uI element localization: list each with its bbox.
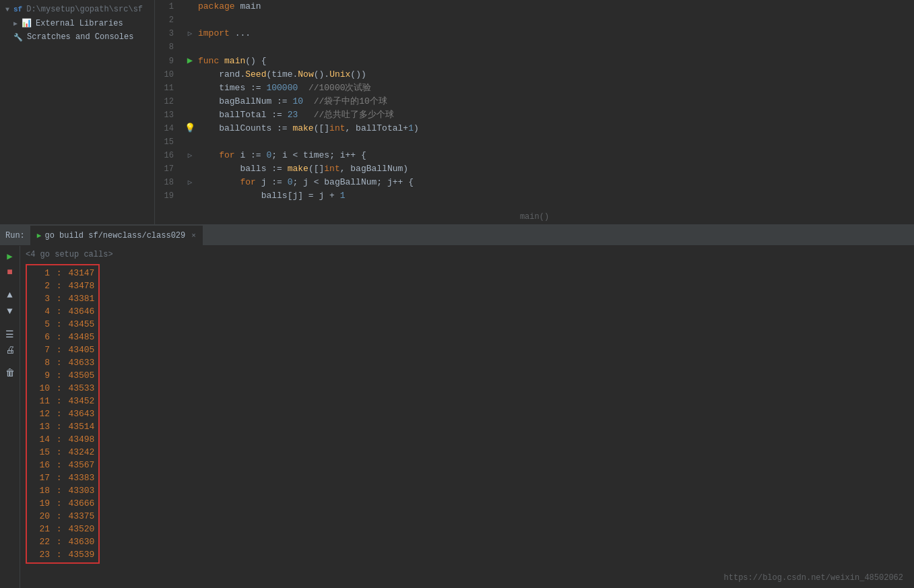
print-button[interactable]: 🖨 (3, 343, 18, 358)
line-number-16: 16 (155, 149, 182, 162)
collapse-icon-3[interactable]: ▷ (188, 27, 193, 40)
code-line-15: 15 (155, 135, 914, 149)
sidebar: ▼ sf D:\mysetup\gopath\src\sf ▶ 📊 Extern… (0, 0, 155, 224)
line-gutter-14: 💡 (182, 122, 198, 135)
run-output-header: <4 go setup calls> (26, 249, 909, 261)
output-row: 11 : 43452 (31, 395, 94, 407)
code-line-13: 13 ballTotal := 23 //总共吐了多少个球 (155, 108, 914, 122)
line-number-11: 11 (155, 81, 182, 95)
sidebar-item-external-libraries[interactable]: ▶ 📊 External Libraries (0, 16, 154, 30)
line-gutter-18: ▷ (182, 176, 198, 189)
line-number-9: 9 (155, 55, 182, 68)
collapse-icon-16[interactable]: ▷ (188, 149, 193, 162)
line-number-18: 18 (155, 176, 182, 189)
output-row: 3 : 43381 (31, 292, 94, 305)
editor-bottom-label: main() (520, 212, 549, 222)
sidebar-path-sf: D:\mysetup\gopath\src\sf (26, 5, 143, 14)
collapse-icon-18[interactable]: ▷ (188, 176, 193, 189)
output-row: 16 : 43567 (31, 459, 94, 471)
code-line-1: 1 package main (155, 0, 914, 13)
line-gutter-16: ▷ (182, 149, 198, 162)
output-row: 17 : 43383 (31, 471, 94, 484)
line-number-17: 17 (155, 162, 182, 176)
output-row: 20 : 43375 (31, 510, 94, 523)
editor-content: 1 package main 2 3 ▷ import ... 8 (155, 0, 914, 224)
output-data-grid: 1 : 431472 : 434783 : 433814 : 436465 : … (26, 264, 100, 564)
sidebar-arrow-libs: ▶ (13, 20, 18, 28)
output-row: 9 : 43505 (31, 369, 94, 382)
sidebar-label-scratches: Scratches and Consoles (27, 32, 133, 42)
sidebar-icon-libs: 📊 (22, 18, 32, 28)
code-line-18: 18 ▷ for j := 0; j < bagBallNum; j++ { (155, 176, 914, 189)
run-tab-close[interactable]: × (191, 232, 196, 240)
line-number-8: 8 (155, 40, 182, 54)
output-row: 23 : 43539 (31, 548, 94, 561)
line-code-11: times := 100000 //10000次试验 (198, 81, 914, 95)
output-row: 14 : 43498 (31, 433, 94, 446)
code-line-9: 9 ▶ func main() { (155, 54, 914, 68)
scroll-up-button[interactable]: ▲ (3, 288, 18, 302)
bottom-panel: Run: ▶ go build sf/newclass/class029 × ▶… (0, 224, 914, 588)
clear-button[interactable]: 🗑 (3, 366, 18, 381)
run-body: ▶ ■ ▲ ▼ ☰ 🖨 🗑 <4 go setup calls> 1 : 431… (0, 246, 914, 588)
line-number-12: 12 (155, 95, 182, 108)
line-code-12: bagBallNum := 10 //袋子中的10个球 (198, 95, 914, 108)
line-code-10: rand.Seed(time.Now().Unix()) (198, 68, 914, 81)
line-code-3: import ... (198, 27, 914, 40)
output-row: 12 : 43643 (31, 407, 94, 420)
run-arrow-9[interactable]: ▶ (187, 54, 193, 67)
output-row: 15 : 43242 (31, 446, 94, 459)
code-line-12: 12 bagBallNum := 10 //袋子中的10个球 (155, 95, 914, 108)
run-tab-bar: Run: ▶ go build sf/newclass/class029 × (0, 226, 914, 246)
line-number-10: 10 (155, 68, 182, 81)
output-row: 7 : 43405 (31, 344, 94, 356)
sidebar-label-external-libraries: External Libraries (36, 19, 123, 28)
run-button[interactable]: ▶ (3, 249, 18, 263)
output-row: 4 : 43646 (31, 305, 94, 318)
top-area: ▼ sf D:\mysetup\gopath\src\sf ▶ 📊 Extern… (0, 0, 914, 224)
line-code-18: for j := 0; j < bagBallNum; j++ { (198, 176, 914, 189)
output-row: 18 : 43303 (31, 484, 94, 497)
run-output: <4 go setup calls> 1 : 431472 : 434783 :… (20, 246, 914, 588)
sidebar-arrow-sf: ▼ (5, 6, 9, 13)
output-row: 10 : 43533 (31, 382, 94, 395)
warning-icon-14: 💡 (185, 122, 195, 135)
line-number-15: 15 (155, 135, 182, 149)
scroll-down-button[interactable]: ▼ (3, 304, 18, 319)
run-tab-icon: ▶ (37, 231, 42, 240)
line-code-16: for i := 0; i < times; i++ { (198, 149, 914, 162)
output-row: 19 : 43666 (31, 497, 94, 510)
line-number-14: 14 (155, 122, 182, 135)
line-number-13: 13 (155, 108, 182, 122)
line-code-9: func main() { (198, 55, 914, 68)
line-code-14: ballCounts := make([]int, ballTotal+1) (198, 122, 914, 135)
output-row: 21 : 43520 (31, 523, 94, 535)
line-code-13: ballTotal := 23 //总共吐了多少个球 (198, 108, 914, 122)
code-line-19: 19 balls[j] = j + 1 (155, 189, 914, 203)
stop-button[interactable]: ■ (3, 265, 18, 280)
line-gutter-3: ▷ (182, 27, 198, 40)
code-line-8: 8 (155, 40, 914, 54)
sidebar-item-scratches[interactable]: 🔧 Scratches and Consoles (0, 30, 154, 44)
sidebar-item-sf[interactable]: ▼ sf D:\mysetup\gopath\src\sf (0, 3, 154, 16)
line-code-17: balls := make([]int, bagBallNum) (198, 162, 914, 176)
output-row: 6 : 43485 (31, 331, 94, 344)
editor-area: 1 package main 2 3 ▷ import ... 8 (155, 0, 914, 224)
run-tab[interactable]: ▶ go build sf/newclass/class029 × (30, 226, 203, 245)
sidebar-icon-scratches: 🔧 (13, 33, 23, 42)
line-number-2: 2 (155, 13, 182, 27)
code-line-3: 3 ▷ import ... (155, 27, 914, 40)
sidebar-icon-sf: sf (13, 5, 22, 13)
run-tab-label: go build sf/newclass/class029 (44, 231, 185, 240)
line-number-1: 1 (155, 0, 182, 13)
code-line-16: 16 ▷ for i := 0; i < times; i++ { (155, 149, 914, 162)
run-toolbar: ▶ ■ ▲ ▼ ☰ 🖨 🗑 (0, 246, 20, 588)
line-number-3: 3 (155, 27, 182, 40)
code-line-2: 2 (155, 13, 914, 27)
code-line-11: 11 times := 100000 //10000次试验 (155, 81, 914, 95)
run-label: Run: (5, 231, 25, 240)
line-number-19: 19 (155, 189, 182, 203)
settings-button[interactable]: ☰ (3, 327, 18, 341)
watermark: https://blog.csdn.net/weixin_48502062 (724, 573, 903, 583)
line-code-1: package main (198, 0, 914, 13)
